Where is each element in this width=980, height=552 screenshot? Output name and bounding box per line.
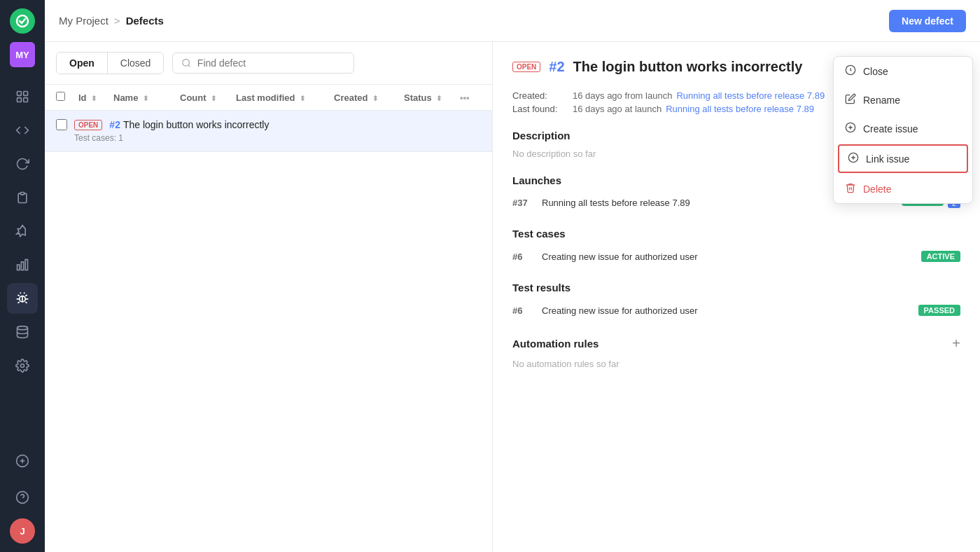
col-count: Count ⬍ [180,92,236,103]
close-icon [845,64,856,78]
sidebar-bottom: J [7,446,38,552]
svg-rect-7 [21,262,23,270]
automation-title: Automation rules [512,338,598,350]
defect-title: #2The login button works incorrectly [109,119,269,130]
test-case-id: #6 [512,251,533,262]
svg-rect-3 [18,98,22,102]
breadcrumb-project[interactable]: My Project [59,15,108,27]
main-content: My Project > Defects New defect Open Clo… [45,0,980,552]
defect-id: #2 [109,119,120,130]
create-issue-icon [845,122,856,135]
defect-checkbox[interactable] [56,119,67,130]
col-more: ••• [460,92,481,103]
svg-rect-5 [21,193,24,195]
sidebar-item-chart[interactable] [7,249,38,280]
svg-rect-8 [25,260,27,270]
sidebar-item-refresh[interactable] [7,149,38,179]
last-found-value: 16 days ago at launch [573,104,662,114]
dropdown-rename[interactable]: Rename [834,85,972,114]
app-logo[interactable] [0,0,45,42]
sidebar-item-storage[interactable] [7,317,38,347]
search-icon [181,57,191,69]
sidebar-item-rocket[interactable] [7,216,38,247]
link-issue-icon [848,152,859,165]
svg-point-17 [183,60,190,67]
test-result-name: Creating new issue for authorized user [542,305,698,316]
body-area: Open Closed Id ⬍ Name ⬍ [45,42,980,552]
test-case-name: Creating new issue for authorized user [542,251,698,262]
col-last-modified: Last modified ⬍ [236,92,334,103]
automation-empty: No automation rules so far [512,359,960,369]
defect-test-cases: Test cases: 1 [74,133,481,143]
defect-row-top: OPEN #2The login button works incorrectl… [56,119,481,130]
sidebar-item-help[interactable] [7,482,38,513]
test-results-title: Test results [512,282,960,294]
col-created: Created ⬍ [334,92,404,103]
dropdown-create-issue[interactable]: Create issue [834,114,972,143]
detail-title: The login button works incorrectly [573,59,803,75]
automation-header: Automation rules + [512,336,960,352]
created-value: 16 days ago from launch [573,90,672,101]
svg-rect-1 [18,92,22,96]
test-result-badge: PASSED [918,305,960,316]
search-box [172,53,354,74]
defect-row[interactable]: OPEN #2The login button works incorrectl… [45,111,492,152]
rename-icon [845,93,856,106]
col-status: Status ⬍ [404,92,460,103]
dropdown-link-issue[interactable]: Link issue [838,144,968,173]
test-result-item: #6 Creating new issue for authorized use… [512,301,960,320]
created-link[interactable]: Running all tests before release 7.89 [676,90,825,101]
search-input[interactable] [197,57,346,69]
last-found-link[interactable]: Running all tests before release 7.89 [666,104,814,114]
defect-header-left: OPEN #2 The login button works incorrect… [512,59,802,75]
sidebar-item-bug[interactable] [7,283,38,314]
logo-icon [10,8,35,34]
dropdown-close[interactable]: Close [834,57,972,85]
tab-closed[interactable]: Closed [108,53,164,74]
breadcrumb: My Project > Defects [59,15,164,27]
right-panel: OPEN #2 The login button works incorrect… [493,42,980,552]
select-all-checkbox[interactable] [56,92,65,101]
test-result-id: #6 [512,305,533,316]
sidebar-item-add[interactable] [7,446,38,476]
test-case-item: #6 Creating new issue for authorized use… [512,247,960,266]
svg-rect-2 [24,92,28,96]
dropdown-menu: Close Rename Create issue [833,56,973,204]
detail-open-badge: OPEN [512,62,540,72]
table-header: Id ⬍ Name ⬍ Count ⬍ Last modified ⬍ Crea… [45,85,492,111]
svg-rect-6 [18,265,20,270]
delete-icon [845,182,856,195]
svg-point-11 [21,364,24,368]
project-avatar[interactable]: MY [10,42,35,67]
svg-point-10 [18,326,28,330]
left-panel: Open Closed Id ⬍ Name ⬍ [45,42,493,552]
launch-name: Running all tests before release 7.89 [542,198,690,208]
test-case-badge: ACTIVE [921,251,960,262]
sidebar-item-clipboard[interactable] [7,182,38,213]
breadcrumb-current: Defects [126,15,164,27]
last-found-label: Last found: [512,104,568,114]
created-label: Created: [512,90,568,101]
sidebar-item-dashboard[interactable] [7,81,38,112]
filter-bar: Open Closed [45,42,492,85]
test-cases-title: Test cases [512,228,960,240]
detail-id: #2 [549,59,564,75]
svg-rect-4 [24,98,28,102]
defect-open-badge: OPEN [74,120,102,130]
col-id: Id ⬍ [78,92,113,103]
dropdown-delete[interactable]: Delete [834,174,972,203]
col-name: Name ⬍ [113,92,180,103]
user-avatar[interactable]: J [10,518,35,544]
test-result-left: #6 Creating new issue for authorized use… [512,305,698,316]
tab-group: Open Closed [56,52,164,74]
svg-line-18 [188,65,190,67]
add-automation-button[interactable]: + [952,336,960,352]
new-defect-button[interactable]: New defect [889,10,966,32]
test-case-left: #6 Creating new issue for authorized use… [512,251,698,262]
top-header: My Project > Defects New defect [45,0,980,42]
breadcrumb-separator: > [114,15,120,27]
sidebar: MY [0,0,45,552]
sidebar-item-settings[interactable] [7,350,38,381]
tab-open[interactable]: Open [57,53,108,74]
sidebar-item-code[interactable] [7,115,38,146]
